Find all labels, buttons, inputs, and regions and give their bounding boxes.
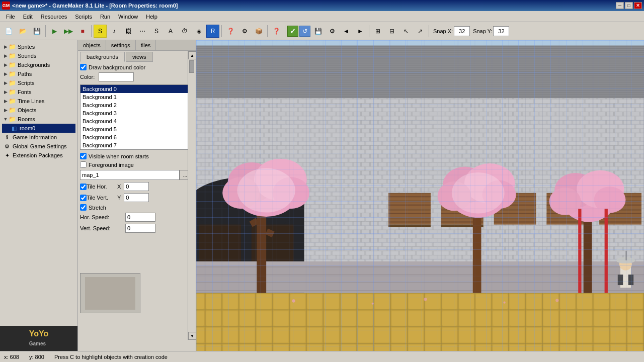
menu-scripts[interactable]: Scripts — [71, 13, 96, 21]
tree-item-extensions[interactable]: ✦ Extension Packages — [2, 151, 75, 160]
tree-item-sprites[interactable]: ▶ 📁 Sprites — [2, 42, 75, 51]
tree-item-globalsettings[interactable]: ⚙ Global Game Settings — [2, 142, 75, 151]
next-room-btn[interactable]: ► — [354, 25, 367, 38]
preview-image — [85, 277, 135, 310]
tree-item-rooms[interactable]: ▼ 📁 Rooms — [2, 115, 75, 124]
menu-resources[interactable]: Resources — [37, 13, 71, 21]
menu-run[interactable]: Run — [96, 13, 114, 21]
bg-list-item-6[interactable]: Background 6 — [80, 133, 190, 141]
bg-list-item-3[interactable]: Background 3 — [80, 109, 190, 117]
stop-button[interactable]: ■ — [76, 25, 89, 38]
tree-item-gameinfo[interactable]: ℹ Game Information — [2, 133, 75, 142]
bg-list-item-1[interactable]: Background 1 — [80, 93, 190, 101]
path-btn[interactable]: ⋯ — [136, 25, 149, 38]
color-swatch[interactable] — [99, 72, 134, 81]
undo-button[interactable]: ↺ — [299, 26, 310, 37]
obj-btn[interactable]: ◈ — [192, 25, 205, 38]
x-input[interactable] — [124, 182, 149, 191]
validate-button[interactable]: ✓ — [287, 26, 298, 37]
subtab-views[interactable]: views — [126, 52, 153, 62]
tab-tiles[interactable]: tiles — [136, 40, 156, 50]
stretch-label: Stretch — [89, 205, 106, 211]
new-button[interactable]: 📄 — [2, 25, 15, 38]
font-btn[interactable]: A — [164, 25, 177, 38]
close-button[interactable]: ✕ — [634, 2, 642, 9]
prev-room-btn[interactable]: ◄ — [340, 25, 353, 38]
bg-btn[interactable]: 🖼 — [122, 25, 135, 38]
stretch-row: Stretch — [80, 204, 194, 211]
tree-item-room0[interactable]: ◧ room0 — [2, 124, 75, 133]
foreground-checkbox[interactable] — [80, 161, 87, 168]
visible-row: Visible when room starts — [80, 153, 194, 159]
room-settings-btn[interactable]: ⚙ — [326, 25, 339, 38]
menu-window[interactable]: Window — [114, 13, 142, 21]
menu-help[interactable]: Help — [142, 13, 162, 21]
open-button[interactable]: 📂 — [16, 25, 29, 38]
sprite-btn[interactable]: S — [94, 25, 107, 38]
save-room-btn[interactable]: 💾 — [311, 25, 325, 38]
grid-snap-btn[interactable]: ⊟ — [385, 25, 398, 38]
gameinfo-btn[interactable]: ❓ — [224, 25, 237, 38]
debug-button[interactable]: ▶▶ — [62, 25, 75, 38]
grid-toggle-btn[interactable]: ⊞ — [371, 25, 384, 38]
bg-list-item-0[interactable]: Background 0 — [80, 85, 190, 93]
tree-item-sounds[interactable]: ▶ 📁 Sounds — [2, 51, 75, 60]
title-bar-controls[interactable]: ─ □ ✕ — [616, 2, 642, 9]
scroll-thumb[interactable] — [189, 60, 194, 73]
x-label: X — [117, 184, 121, 190]
run-button[interactable]: ▶ — [48, 25, 61, 38]
tree-item-timelines[interactable]: ▶ 📁 Time Lines — [2, 97, 75, 106]
menu-file[interactable]: File — [2, 13, 19, 21]
visible-checkbox[interactable] — [80, 153, 87, 159]
panel-scrollbar[interactable]: ▲ ▼ — [188, 51, 196, 340]
draw-bg-color-checkbox[interactable] — [80, 64, 87, 70]
bg-list-item-4[interactable]: Background 4 — [80, 117, 190, 125]
help-btn[interactable]: ❓ — [270, 25, 283, 38]
subtab-backgrounds[interactable]: backgrounds — [80, 52, 125, 62]
stretch-checkbox[interactable] — [80, 204, 87, 211]
room-btn[interactable]: R — [206, 25, 219, 38]
script-btn[interactable]: S — [150, 25, 163, 38]
menu-edit[interactable]: Edit — [19, 13, 37, 21]
maximize-button[interactable]: □ — [625, 2, 633, 9]
tree-item-backgrounds[interactable]: ▶ 📁 Backgrounds — [2, 60, 75, 69]
bg-list-item-7[interactable]: Background 7 — [80, 141, 190, 149]
bg-list-item-2[interactable]: Background 2 — [80, 101, 190, 109]
tree-item-fonts[interactable]: ▶ 📁 Fonts — [2, 87, 75, 97]
tab-objects[interactable]: objects — [78, 40, 106, 50]
canvas-area[interactable] — [196, 40, 644, 351]
cursor-btn[interactable]: ↖ — [399, 25, 413, 38]
snap-y-input[interactable] — [493, 26, 509, 36]
folder-paths-icon: 📁 — [8, 70, 16, 78]
expand-timelines-icon: ▶ — [3, 99, 8, 104]
scroll-up-button[interactable]: ▲ — [188, 51, 196, 59]
snap-x-input[interactable] — [454, 26, 470, 36]
vert-speed-input[interactable] — [125, 224, 155, 233]
folder-scripts-icon: 📁 — [8, 79, 16, 87]
tile-vert-checkbox[interactable] — [80, 195, 87, 201]
gamesettings-btn[interactable]: ⚙ — [238, 25, 251, 38]
time-btn[interactable]: ⏱ — [178, 25, 191, 38]
tile-hor-checkbox[interactable] — [80, 184, 87, 190]
sep2 — [91, 25, 92, 37]
background-list: Background 0 Background 1 Background 2 B… — [80, 84, 191, 150]
tree-item-objects[interactable]: ▶ 📁 Objects — [2, 106, 75, 115]
y-input[interactable] — [124, 193, 149, 202]
bg-list-item-5[interactable]: Background 5 — [80, 125, 190, 133]
tree-label-room0: room0 — [20, 125, 35, 131]
image-input[interactable] — [80, 170, 180, 180]
foreground-label: Foreground image — [89, 162, 134, 168]
tree-item-paths[interactable]: ▶ 📁 Paths — [2, 69, 75, 78]
title-bar: GM <new game>* - GameMaker 8.1 Lite - [R… — [0, 0, 644, 11]
image-field-row: ... — [80, 170, 191, 180]
ext-btn[interactable]: 📦 — [252, 25, 265, 38]
scroll-down-button[interactable]: ▼ — [188, 332, 196, 340]
save-button[interactable]: 💾 — [30, 25, 43, 38]
hor-speed-input[interactable] — [125, 213, 155, 222]
folder-sounds-icon: 📁 — [8, 52, 16, 60]
sound-btn[interactable]: ♪ — [108, 25, 121, 38]
minimize-button[interactable]: ─ — [616, 2, 624, 9]
cursor2-btn[interactable]: ↗ — [414, 25, 427, 38]
tree-item-scripts[interactable]: ▶ 📁 Scripts — [2, 78, 75, 87]
tab-settings[interactable]: settings — [106, 40, 136, 50]
